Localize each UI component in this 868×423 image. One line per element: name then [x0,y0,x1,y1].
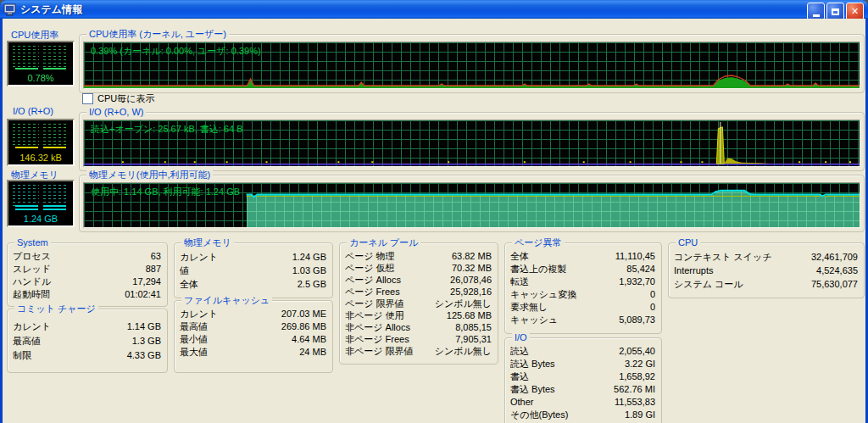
stat-row: 読込2,055,40 [510,345,655,358]
window-title: システム情報 [20,3,82,17]
io-stats-group: I/O 読込2,055,40読込 Bytes3.22 GI書込1,658,92書… [504,337,662,423]
cpu-graph-title: CPU使用率 (カーネル, ユーザー) [86,29,229,39]
title-bar[interactable]: システム情報 ✕ [0,0,868,19]
stat-value: シンボル無し [435,298,492,309]
stat-label: カレント [180,250,218,264]
app-monitor-icon [3,3,17,16]
kernel-pool-rows: ページ 物理63.82 MBページ 仮想70.32 MBページ Allocs26… [345,250,492,357]
stat-row: カレント1.14 GB [13,320,161,334]
stat-row: キャッシュ5,089,73 [510,314,655,326]
stat-row: 値1.03 GB [180,264,326,277]
io-history-graph[interactable]: 読込+オープン: 25.67 kB, 書込: 64 B [83,120,860,167]
io-graph-title: I/O (R+O, W) [86,107,146,117]
minimize-icon [813,14,820,17]
cpu-graph-box: CPU使用率 (カーネル, ユーザー) 0.39% (カーネル: 0.00%, … [79,34,865,93]
stat-label: 非ページ Frees [345,333,409,345]
stat-row: 転送1,932,70 [510,276,655,288]
stat-value: 0 [650,288,655,301]
stat-value: 17,294 [132,276,161,288]
stat-label: カレント [180,308,218,320]
stat-value: 70.32 MB [452,262,492,274]
stat-value: 85,424 [626,263,655,276]
cpu-stats-group-title: CPU [676,237,700,248]
stat-label: Other [510,396,534,409]
stat-label: 非ページ 限界値 [345,345,414,357]
system-information-window: システム情報 ✕ CPU使用率 0.78% CPU使用率 (カーネル, ユーザー… [0,0,868,423]
stat-value: 01:02:41 [125,288,161,301]
stat-value: 207.03 ME [281,308,326,320]
cpu-stats-group: CPU コンテキスト スイッチ32,461,709Interrupts4,524… [668,242,865,298]
minimize-button[interactable] [807,3,825,20]
stat-row: 全体2.5 GB [180,277,326,291]
stat-value: 1,658,92 [619,370,655,383]
stat-value: 0 [650,301,655,314]
physical-memory-group: 物理メモリ カレント1.24 GB値1.03 GB全体2.5 GB [174,242,333,298]
stat-row: 最大値24 MB [180,346,326,359]
stat-label: 書込上の複製 [510,263,566,276]
show-per-cpu-label: CPU毎に表示 [97,92,154,105]
page-faults-group-title: ページ異常 [512,237,565,248]
stat-row: 非ページ Frees7,905,31 [345,333,492,345]
maximize-button[interactable] [826,3,844,20]
stat-row: スレッド887 [13,263,161,276]
stat-label: キャッシュ変換 [510,288,576,301]
memory-graph-title: 物理メモリ(使用中,利用可能) [86,170,213,180]
stat-row: 制限4.33 GB [13,348,161,363]
cpu-stats-rows: コンテキスト スイッチ32,461,709Interrupts4,524,635… [674,250,858,291]
stat-row: 書込1,658,92 [510,370,655,383]
stat-label: Interrupts [674,264,713,277]
memory-gauge: 1.24 GB [7,180,75,227]
system-group-title: System [14,237,51,248]
stat-value: 63 [151,250,161,263]
memory-history-graph[interactable]: 使用中: 1.14 GB, 利用可能: 1.24 GB [83,182,860,228]
stat-value: 2,055,40 [619,345,655,358]
cpu-history-graph[interactable]: 0.39% (カーネル: 0.00%, ユーザ: 0.39%) [83,42,860,89]
stat-label: 全体 [180,277,198,291]
stat-row: プロセス63 [13,250,161,263]
memory-graph-box: 物理メモリ(使用中,利用可能) 使用中: 1.14 GB, 利用可能: 1.24… [79,175,865,232]
io-graph-box: I/O (R+O, W) [79,112,865,171]
stat-row: ページ Frees25,928,16 [345,286,492,298]
stat-value: 5,089,73 [619,314,655,326]
stat-value: 11,553,83 [615,396,655,409]
stat-row: 書込 Bytes562.76 MI [510,383,655,396]
stat-value: 63.82 MB [452,250,492,262]
stat-label: カレント [13,320,51,334]
file-cache-group: ファイルキャッシュ カレント207.03 ME最高値269.86 MB最小値4.… [174,300,333,373]
commit-charge-group: コミット チャージ カレント1.14 GB最高値1.3 GB制限4.33 GB [7,309,168,373]
stat-label: 非ページ 使用 [345,309,404,321]
stat-label: 要求無し [510,301,548,314]
stat-value: 26,078,46 [450,274,492,286]
stat-label: 全体 [510,250,529,263]
stat-row: カレント1.24 GB [180,250,326,264]
close-button[interactable]: ✕ [846,3,864,20]
stat-label: 書込 [510,370,529,383]
stat-label: 起動時間 [13,288,50,301]
stat-row: 読込 Bytes3.22 GI [510,358,655,370]
memory-gauge-value: 1.24 GB [8,214,73,224]
stat-row: ページ 仮想70.32 MB [345,262,492,274]
stat-label: キャッシュ [510,314,558,326]
stat-row: 最高値269.86 MB [180,320,326,333]
stat-row: コンテキスト スイッチ32,461,709 [674,250,858,264]
physical-memory-rows: カレント1.24 GB値1.03 GB全体2.5 GB [180,250,326,291]
stat-row: ページ 限界値シンボル無し [345,298,492,309]
stat-value: 11,110,45 [615,250,655,263]
memory-gauge-bar [15,209,66,210]
stat-row: その他(Bytes)1.89 GI [510,409,655,421]
io-gauge-value: 146.32 kB [8,153,73,163]
stat-value: 1.03 GB [292,264,326,277]
system-rows: プロセス63スレッド887ハンドル17,294起動時間01:02:41 [13,250,161,301]
stat-row: 書込上の複製85,424 [510,263,655,276]
show-per-cpu-checkbox[interactable] [82,93,93,104]
stat-label: システム コール [674,277,743,291]
stat-label: 書込 Bytes [510,383,555,396]
stat-row: ハンドル17,294 [13,276,161,288]
commit-charge-group-title: コミット チャージ [14,303,98,314]
stat-row: Interrupts4,524,635 [674,264,858,277]
maximize-icon [832,8,839,15]
stat-label: ページ 物理 [345,250,395,262]
stat-label: ページ Allocs [345,274,401,286]
close-icon: ✕ [851,6,859,17]
page-faults-rows: 全体11,110,45書込上の複製85,424転送1,932,70キャッシュ変換… [510,250,655,326]
